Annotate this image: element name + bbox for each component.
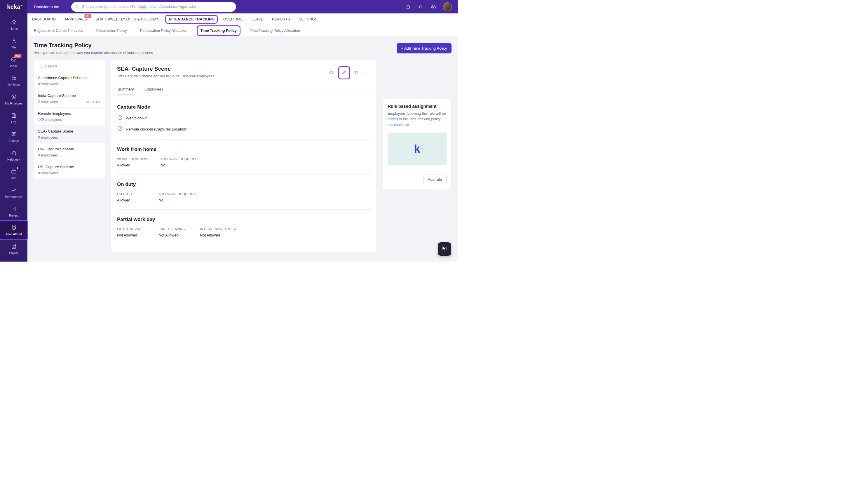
field-value: Not Allowed <box>200 233 241 237</box>
rule-panel-description: Employees following this rule will be ad… <box>388 111 446 128</box>
sidebar-item-label: Helpdesk <box>7 158 20 161</box>
tab-reports[interactable]: REPORTS <box>272 17 290 21</box>
policy-search[interactable] <box>34 60 105 72</box>
field: WORK FROM HOME Allowed <box>117 157 150 167</box>
tab-approvals-label: APPROVALS <box>64 17 87 21</box>
sidebar-item-home[interactable]: Home <box>0 15 28 34</box>
delete-button[interactable] <box>353 68 361 77</box>
policy-name: Attendance Capture Scheme <box>38 76 101 80</box>
sidebar-item-me[interactable]: Me <box>0 34 28 52</box>
edit-button[interactable] <box>340 68 348 77</box>
sidebar-item-payroll[interactable]: Payroll <box>0 239 28 258</box>
sub-nav: Regularize & Cancel Penalties Penalizati… <box>28 25 458 36</box>
detail-actions <box>328 66 371 79</box>
sidebar-item-my-finances[interactable]: My Finances <box>0 90 28 109</box>
list-item-attendance-capture-scheme[interactable]: Attendance Capture Scheme 0 employees <box>34 72 105 90</box>
section-heading: Capture Mode <box>117 104 371 110</box>
settings-gear-icon[interactable] <box>430 4 436 10</box>
sidebar-item-my-team[interactable]: My Team <box>0 71 28 90</box>
list-item-india-capture-scheme[interactable]: India-Capture Scheme 2 employees DEFAULT <box>34 90 105 108</box>
field-label: APPROVAL REQUIRED <box>158 192 196 196</box>
hire-icon <box>11 168 17 174</box>
detail-tabs: Summary Employees <box>111 84 377 95</box>
page-header-text: Time Tracking Policy Here you can manage… <box>34 42 153 55</box>
field-value: No <box>158 198 196 202</box>
sidebar-item-org[interactable]: Org <box>0 109 28 127</box>
inbox-icon: 241 <box>11 56 17 62</box>
page-subtitle: Here you can manage the way you capture … <box>34 51 153 55</box>
check-circle-icon <box>117 115 123 121</box>
field-label: LATE ARRIVAL <box>117 227 148 231</box>
tab-summary[interactable]: Summary <box>117 84 135 95</box>
more-options-button[interactable] <box>363 68 371 77</box>
sidebar-item-performance[interactable]: Performance <box>0 183 28 202</box>
capture-mode-option: Remote clock-in (Captures Location) <box>117 126 371 132</box>
pencil-icon <box>342 70 347 76</box>
global-search[interactable] <box>71 2 236 12</box>
sidebar-item-helpdesk[interactable]: Helpdesk <box>0 146 28 165</box>
tab-employees[interactable]: Employees <box>144 84 164 95</box>
list-item-uk-capture-scheme[interactable]: UK- Capture Scheme 0 employees <box>34 143 105 161</box>
sidebar-item-label: Inbox <box>10 64 17 68</box>
tab-approvals[interactable]: APPROVALS 93 <box>64 17 87 21</box>
sidebar-item-engage[interactable]: Engage <box>0 127 28 146</box>
tab-leave[interactable]: LEAVE <box>252 17 263 21</box>
alarm-clock-icon <box>11 224 17 231</box>
kebab-menu-icon <box>364 70 369 76</box>
list-item-us-capture-scheme[interactable]: US- Capture Scheme 0 employees <box>34 161 105 179</box>
subtab-regularize-cancel-penalties[interactable]: Regularize & Cancel Penalties <box>34 29 83 33</box>
announcements-icon[interactable] <box>418 4 424 10</box>
tab-attendance-tracking[interactable]: ATTENDANCE TRACKING <box>169 17 215 21</box>
list-item-sea-capture-scene[interactable]: SEA- Capture Scene 0 employees <box>34 125 105 143</box>
field: EARLY LEAVING Not Allowed <box>158 227 189 237</box>
policy-employee-count: 0 employees <box>38 82 58 86</box>
policy-employee-count: 0 employees <box>38 136 58 140</box>
sidebar-item-project[interactable]: Project <box>0 202 28 221</box>
sidebar-item-hire[interactable]: Hire <box>0 165 28 183</box>
tab-dashboard[interactable]: DASHBOARD <box>32 17 56 21</box>
approvals-count-badge: 93 <box>84 14 91 18</box>
performance-icon <box>11 187 17 193</box>
detail-title: SEA- Capture Scene <box>117 66 215 72</box>
subtab-time-tracking-policy[interactable]: Time Tracking Policy <box>201 29 237 33</box>
cursor-sparkle-icon <box>441 245 448 253</box>
section-capture-mode: Capture Mode Web clock-in Remote clock-i… <box>117 97 371 140</box>
section-on-duty: On duty ON DUTY Allowed APPROVAL REQUIRE… <box>117 174 371 210</box>
subtab-penalization-policy[interactable]: Penalization Policy <box>96 29 127 33</box>
project-icon <box>11 206 17 212</box>
sidebar-item-label: Org <box>11 120 16 124</box>
policy-search-input[interactable] <box>45 64 101 68</box>
field-group: WORK FROM HOME Allowed APPROVAL REQUIRED… <box>117 157 371 167</box>
keka-logo[interactable]: keka <box>0 0 28 13</box>
global-search-input[interactable] <box>82 5 232 9</box>
sidebar-item-time-attend[interactable]: Time Attend <box>0 221 28 239</box>
add-rule-button[interactable]: Add rule <box>423 174 446 184</box>
add-time-tracking-policy-button[interactable]: + Add Time Tracking Policy <box>397 43 452 53</box>
sidebar-item-label: Engage <box>9 139 19 142</box>
view-button[interactable] <box>328 68 335 77</box>
content-row: Attendance Capture Scheme 0 employees In… <box>28 60 458 259</box>
policy-name: Remote Employees <box>38 111 101 115</box>
tab-settings[interactable]: SETTINGS <box>299 17 318 21</box>
sidebar-item-inbox[interactable]: 241 Inbox <box>0 52 28 71</box>
notifications-bell-icon[interactable] <box>406 4 411 10</box>
tab-shifts-weekly-offs-holidays[interactable]: SHIFTS/WEEKLY OFFS & HOLIDAYS <box>96 17 160 21</box>
engage-icon <box>11 131 17 137</box>
detail-body: Capture Mode Web clock-in Remote clock-i… <box>111 95 377 252</box>
rule-panel-title: Rule based assignment <box>388 104 446 109</box>
field-value: Allowed <box>117 198 148 202</box>
subtab-time-tracking-policy-allocation[interactable]: Time Tracking Policy Allocation <box>250 29 300 33</box>
field-label: WORK FROM HOME <box>117 157 150 160</box>
company-name: Darksiders Inc <box>34 5 59 9</box>
payroll-icon <box>11 243 17 249</box>
subtab-penalization-policy-allocation[interactable]: Penalization Policy Allocation <box>140 29 187 33</box>
highlight-box-edit <box>338 66 350 79</box>
user-avatar[interactable] <box>443 2 452 11</box>
field-group: ON DUTY Allowed APPROVAL REQUIRED No <box>117 192 371 202</box>
detail-subtitle: This Capture Scheme applies to South Eas… <box>117 74 215 78</box>
assistant-fab-button[interactable] <box>438 242 451 256</box>
main-area: DASHBOARD APPROVALS 93 SHIFTS/WEEKLY OFF… <box>28 13 458 262</box>
tab-overtime[interactable]: OVERTIME <box>223 17 243 21</box>
list-item-remote-employees[interactable]: Remote Employees 149 employees <box>34 108 105 125</box>
policy-name: US- Capture Scheme <box>38 165 101 169</box>
